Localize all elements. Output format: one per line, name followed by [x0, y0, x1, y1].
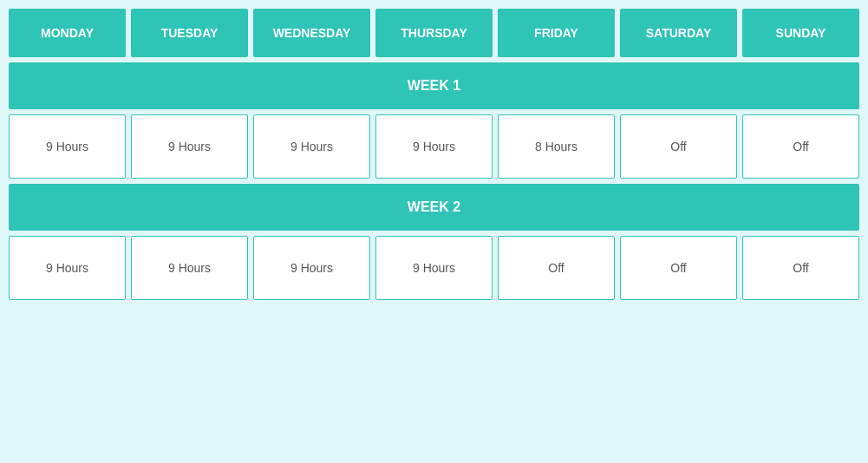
- week2-hours-row: 9 Hours 9 Hours 9 Hours 9 Hours Off Off …: [9, 236, 859, 300]
- week2-sunday-hours[interactable]: Off: [742, 236, 859, 300]
- week1-thursday-hours[interactable]: 9 Hours: [375, 114, 493, 179]
- day-header-friday: FRIDAY: [498, 9, 615, 57]
- week1-monday-hours[interactable]: 9 Hours: [9, 114, 126, 179]
- week2-wednesday-hours[interactable]: 9 Hours: [253, 236, 370, 300]
- week2-friday-hours[interactable]: Off: [498, 236, 615, 300]
- week1-friday-hours[interactable]: 8 Hours: [498, 114, 615, 179]
- week1-hours-row: 9 Hours 9 Hours 9 Hours 9 Hours 8 Hours …: [9, 114, 859, 179]
- week1-saturday-hours[interactable]: Off: [620, 114, 737, 179]
- week1-sunday-hours[interactable]: Off: [742, 114, 859, 179]
- week2-thursday-hours[interactable]: 9 Hours: [375, 236, 493, 300]
- day-header-monday: MONDAY: [9, 9, 126, 57]
- calendar-container: MONDAY TUESDAY WEDNESDAY THURSDAY FRIDAY…: [9, 9, 859, 300]
- week2-monday-hours[interactable]: 9 Hours: [9, 236, 126, 300]
- days-header-row: MONDAY TUESDAY WEDNESDAY THURSDAY FRIDAY…: [9, 9, 859, 57]
- week2-saturday-hours[interactable]: Off: [620, 236, 737, 300]
- day-header-saturday: SATURDAY: [620, 9, 737, 57]
- day-header-tuesday: TUESDAY: [131, 9, 248, 57]
- week1-tuesday-hours[interactable]: 9 Hours: [131, 114, 248, 179]
- week2-tuesday-hours[interactable]: 9 Hours: [131, 236, 248, 300]
- week2-label: WEEK 2: [9, 184, 859, 231]
- day-header-wednesday: WEDNESDAY: [253, 9, 370, 57]
- week1-wednesday-hours[interactable]: 9 Hours: [253, 114, 370, 179]
- day-header-sunday: SUNDAY: [742, 9, 859, 57]
- day-header-thursday: THURSDAY: [375, 9, 493, 57]
- week1-label: WEEK 1: [9, 62, 859, 109]
